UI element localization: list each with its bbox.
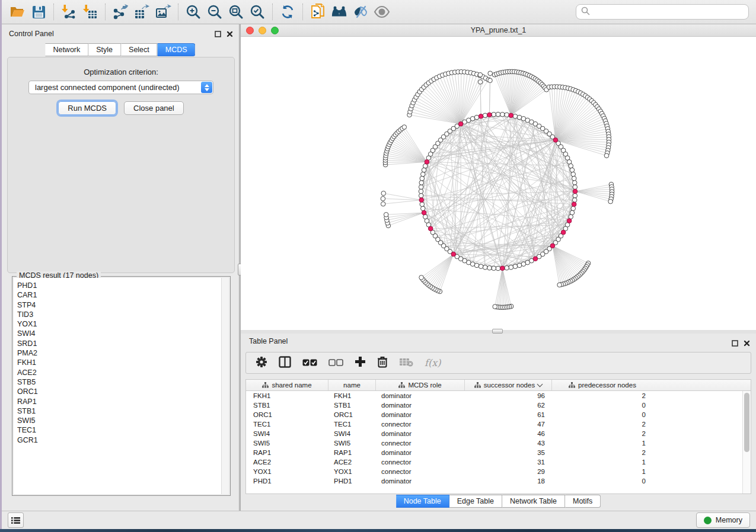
- cell-predecessor-nodes: 2: [552, 449, 653, 456]
- control-panel-tab[interactable]: MCDS: [158, 43, 196, 56]
- zoom-fit-icon[interactable]: [228, 4, 244, 20]
- select-all-columns-icon[interactable]: [302, 358, 317, 368]
- cell-shared-name: ACE2: [246, 459, 328, 466]
- import-table-icon[interactable]: [82, 4, 98, 20]
- mcds-result-item[interactable]: SWI5: [17, 416, 229, 425]
- column-label: name: [343, 382, 361, 389]
- table-row[interactable]: RAP1 RAP1 dominator 35 2: [246, 448, 751, 457]
- mcds-result-item[interactable]: FKH1: [17, 358, 229, 367]
- table-scrollbar[interactable]: [742, 391, 751, 493]
- table-row[interactable]: ORC1 ORC1 dominator 61 0: [246, 410, 751, 419]
- run-mcds-button[interactable]: Run MCDS: [58, 101, 116, 115]
- zoom-in-icon[interactable]: [185, 4, 202, 20]
- cell-shared-name: YOX1: [246, 468, 328, 475]
- table-column-header[interactable]: MCDS role: [376, 380, 465, 390]
- mcds-result-item[interactable]: YOX1: [17, 319, 229, 329]
- hide-panels-icon[interactable]: [352, 4, 369, 20]
- cell-predecessor-nodes: 1: [552, 459, 653, 466]
- mcds-result-item[interactable]: STP4: [17, 300, 229, 310]
- table-panel-tab[interactable]: Motifs: [565, 495, 601, 508]
- export-network-icon[interactable]: [112, 4, 129, 20]
- status-list-button[interactable]: [8, 512, 24, 528]
- mcds-result-item[interactable]: STB1: [17, 406, 229, 416]
- import-network-icon[interactable]: [60, 4, 77, 20]
- table-row[interactable]: ACE2 ACE2 connector 31 1: [246, 457, 751, 467]
- table-panel: Table Panel f(x) shared name nam: [241, 334, 756, 511]
- zoom-out-icon[interactable]: [206, 4, 223, 20]
- table-row[interactable]: SWI5 SWI5 connector 43 1: [246, 438, 751, 448]
- control-panel-tab[interactable]: Network: [45, 43, 88, 56]
- search-field[interactable]: [576, 4, 749, 20]
- export-image-icon[interactable]: [155, 4, 171, 20]
- mcds-result-item[interactable]: PMA2: [17, 348, 229, 358]
- mcds-result-list[interactable]: PHD1CAR1STP4TID3YOX1SWI4SRD1PMA2FKH1ACE2…: [14, 278, 229, 494]
- table-column-header[interactable]: name: [328, 380, 376, 390]
- mcds-result-item[interactable]: GCR1: [17, 435, 229, 445]
- table-row[interactable]: STB1 STB1 dominator 62 0: [246, 400, 751, 410]
- zoom-selected-icon[interactable]: [249, 4, 266, 20]
- float-panel-icon[interactable]: [215, 29, 221, 40]
- network-canvas[interactable]: [241, 37, 756, 330]
- search-network-icon[interactable]: [331, 4, 347, 20]
- cell-successor-nodes: 43: [465, 440, 552, 447]
- table-row[interactable]: YOX1 YOX1 connector 29 1: [246, 467, 751, 476]
- close-panel-icon[interactable]: [227, 29, 233, 40]
- table-panel-tab[interactable]: Node Table: [396, 495, 449, 508]
- mcds-result-item[interactable]: TID3: [17, 310, 229, 319]
- criterion-dropdown-value: largest connected component (undirected): [35, 83, 180, 92]
- memory-button[interactable]: Memory: [696, 512, 750, 528]
- float-panel-icon[interactable]: [732, 338, 738, 349]
- table-column-header[interactable]: shared name: [246, 380, 328, 390]
- add-column-icon[interactable]: [355, 356, 366, 370]
- mcds-result-item[interactable]: CAR1: [17, 290, 229, 300]
- cell-name: TEC1: [328, 421, 376, 428]
- delete-table-icon[interactable]: [399, 357, 413, 369]
- clone-network-icon[interactable]: [310, 4, 326, 20]
- table-body: FKH1 FKH1 dominator 96 2 STB1 STB1 domin…: [246, 391, 751, 486]
- table-toolbar: f(x): [245, 352, 751, 374]
- table-scrollbar-thumb[interactable]: [744, 393, 749, 452]
- mcds-result-item[interactable]: STB5: [17, 377, 229, 387]
- delete-columns-trash-icon[interactable]: [377, 356, 388, 370]
- table-row[interactable]: FKH1 FKH1 dominator 96 2: [246, 391, 751, 400]
- table-row[interactable]: TEC1 TEC1 connector 47 2: [246, 419, 751, 429]
- mcds-result-item[interactable]: SWI4: [17, 329, 229, 338]
- memory-status-icon: [704, 517, 712, 524]
- control-panel-tab[interactable]: Style: [88, 43, 121, 56]
- table-column-header[interactable]: predecessor nodes: [552, 380, 653, 390]
- cell-predecessor-nodes: 0: [552, 402, 653, 409]
- search-input[interactable]: [590, 7, 744, 17]
- apply-function-icon[interactable]: f(x): [425, 357, 441, 368]
- cell-name: RAP1: [328, 449, 376, 456]
- close-panel-icon[interactable]: [744, 338, 750, 349]
- table-row[interactable]: SWI4 SWI4 dominator 46 2: [246, 429, 751, 438]
- mcds-result-item[interactable]: ORC1: [17, 387, 229, 396]
- network-graph[interactable]: [241, 37, 756, 330]
- table-panel-tab[interactable]: Edge Table: [449, 495, 502, 508]
- table-column-header[interactable]: successor nodes: [465, 380, 552, 390]
- criterion-dropdown[interactable]: largest connected component (undirected): [28, 81, 213, 94]
- network-titlebar[interactable]: YPA_prune.txt_1: [241, 24, 756, 37]
- close-panel-button[interactable]: Close panel: [124, 101, 184, 115]
- horizontal-splitter-handle[interactable]: [492, 329, 503, 334]
- toggle-columns-icon[interactable]: [279, 356, 291, 370]
- mcds-result-item[interactable]: PHD1: [17, 281, 229, 290]
- deselect-all-columns-icon[interactable]: [328, 358, 343, 368]
- mcds-result-item[interactable]: SRD1: [17, 339, 229, 348]
- cell-predecessor-nodes: 0: [552, 477, 653, 485]
- control-panel-tab[interactable]: Select: [121, 43, 158, 56]
- export-table-icon[interactable]: [133, 4, 150, 20]
- mcds-result-item[interactable]: RAP1: [17, 397, 229, 406]
- mcds-result-scrollbar[interactable]: [221, 278, 229, 494]
- table-row[interactable]: PHD1 PHD1 dominator 18 0: [246, 476, 751, 486]
- refresh-layout-icon[interactable]: [279, 4, 296, 20]
- column-label: MCDS role: [408, 382, 441, 389]
- show-panels-eye-icon[interactable]: [374, 4, 390, 20]
- cell-mcds-role: connector: [376, 468, 465, 475]
- table-panel-tab[interactable]: Network Table: [502, 495, 565, 508]
- open-session-icon[interactable]: [9, 4, 25, 20]
- save-session-icon[interactable]: [30, 4, 47, 20]
- mcds-result-item[interactable]: TEC1: [17, 425, 229, 435]
- table-options-gear-icon[interactable]: [256, 356, 267, 370]
- mcds-result-item[interactable]: ACE2: [17, 368, 229, 377]
